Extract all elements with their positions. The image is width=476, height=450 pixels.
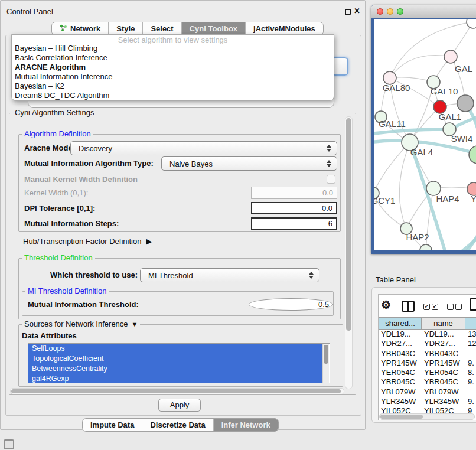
tab-infer-network[interactable]: Infer Network	[214, 419, 278, 431]
network-node-label: GAL4	[410, 147, 433, 157]
table-cell: YBR045C	[422, 377, 465, 387]
tab-label: Infer Network	[221, 420, 270, 429]
table-cell: YBR045C	[379, 377, 422, 387]
which-threshold-combo[interactable]: MI Threshold	[140, 268, 319, 282]
column-header[interactable]: name	[422, 317, 465, 330]
network-node[interactable]	[420, 244, 432, 250]
algorithm-option[interactable]: Bayesian – Hill Climbing	[12, 44, 334, 53]
settings-horizontal-scrollbar[interactable]	[10, 388, 344, 394]
dropdown-prompt: Select algorithm to view settings	[12, 35, 334, 44]
control-panel-tab-bar: NetworkStyleSelectCyni ToolboxjActiveMNo…	[51, 22, 324, 35]
table-row[interactable]: YPR145WYPR145W9.	[379, 358, 476, 368]
which-threshold-value: MI Threshold	[148, 271, 193, 280]
algorithm-option[interactable]: Mutual Information Inference	[12, 72, 334, 81]
tab-label: Impute Data	[90, 420, 134, 429]
minimize-button[interactable]	[387, 8, 393, 15]
table-cell: YER054C	[379, 368, 422, 377]
manual-kernel-label: Manual Kernel Width Definition	[24, 174, 138, 185]
tab-impute-data[interactable]: Impute Data	[83, 419, 142, 431]
network-node-gal[interactable]	[444, 50, 457, 63]
algorithm-option[interactable]: Dream8 DC_TDC Algorithm	[12, 91, 334, 100]
network-node[interactable]	[457, 95, 474, 112]
scrollbar-thumb[interactable]	[380, 415, 423, 419]
column-header[interactable]	[465, 317, 476, 330]
network-node-label: HAP4	[436, 194, 459, 204]
sources-collapser[interactable]: Sources for Network Inference▼	[22, 320, 140, 328]
table-row[interactable]: YBL079WYBL079W	[379, 387, 476, 397]
spinner-icon	[327, 145, 331, 152]
hub-definition-expander[interactable]: Hub/Transcription Factor Definition▶	[23, 236, 152, 247]
scrollbar-thumb[interactable]	[11, 389, 341, 393]
tab-label: Network	[70, 24, 100, 33]
dpi-tolerance-field[interactable]: 0.0	[251, 202, 337, 214]
deselect-all-checkbox-icon[interactable]	[447, 304, 454, 310]
scrollbar-thumb[interactable]	[346, 118, 351, 331]
network-node[interactable]	[469, 146, 476, 164]
table-cell: YBL079W	[422, 387, 465, 397]
tab-jactivemnodules[interactable]: jActiveMNodules	[246, 22, 323, 35]
table-row[interactable]: YLR345WYLR345W9.	[379, 397, 476, 406]
mi-threshold-field[interactable]: 0.5	[249, 298, 333, 311]
deselect-all-checkbox-icon[interactable]	[455, 304, 462, 310]
algorithm-option[interactable]: ARACNE Algorithm	[12, 63, 334, 72]
tab-discretize-data[interactable]: Discretize Data	[142, 419, 213, 431]
kernel-width-field[interactable]: 0.0	[251, 187, 337, 199]
tab-label: Select	[151, 24, 173, 33]
table-cell: 12	[465, 339, 476, 348]
data-attribute-option[interactable]: BetweennessCentrality	[28, 364, 322, 374]
gear-icon[interactable]: ⚙	[381, 298, 391, 312]
table-cell: 9.	[465, 377, 476, 387]
mi-steps-field[interactable]: 6	[251, 217, 337, 230]
control-panel-window: Control Panel ✕ NetworkStyleSelectCyni T…	[0, 0, 366, 430]
aracne-mode-value: Discovery	[79, 144, 112, 153]
zoom-button[interactable]	[397, 8, 403, 15]
table-row[interactable]: YDR27...YDR27...12	[379, 339, 476, 348]
algorithm-option[interactable]: Bayesian – K2	[12, 81, 334, 91]
table-row[interactable]: YDL19...YDL19...13	[379, 330, 476, 339]
mi-type-label: Mutual Information Algorithm Type:	[24, 158, 154, 169]
aracne-mode-combo[interactable]: Discovery	[70, 141, 337, 155]
table-row[interactable]: YER054CYER054C8.	[379, 368, 476, 377]
network-window-titlebar[interactable]	[371, 5, 476, 18]
table-row[interactable]: YBR045CYBR045C9.	[379, 377, 476, 387]
table-horizontal-scrollbar[interactable]	[379, 413, 475, 420]
which-threshold-label: Which threshold to use:	[50, 269, 138, 281]
select-all-checkbox-icon[interactable]: ✔	[423, 304, 430, 310]
close-button[interactable]	[377, 8, 383, 15]
manual-kernel-checkbox[interactable]	[327, 175, 335, 184]
tab-network[interactable]: Network	[52, 22, 109, 35]
network-view-window[interactable]: GALGAL80GAL10GAL1GAL11SWI4GAL4GCY1HAP4YH…	[371, 5, 476, 254]
data-attribute-option[interactable]: gal4RGexp	[28, 374, 322, 383]
table-cell: YDL19...	[379, 330, 422, 339]
split-columns-icon[interactable]	[402, 301, 415, 312]
tab-select[interactable]: Select	[143, 22, 181, 35]
data-attribute-option[interactable]: TopologicalCoefficient	[28, 354, 322, 364]
data-attribute-option[interactable]: SelfLoops	[28, 344, 322, 354]
table-cell	[465, 387, 476, 397]
network-node-label: GAL80	[383, 83, 410, 93]
tab-cyni-toolbox[interactable]: Cyni Toolbox	[182, 22, 246, 35]
table-cell: 9.	[465, 397, 476, 406]
table-row[interactable]: YBR043CYBR043C	[379, 349, 476, 358]
settings-vertical-scrollbar[interactable]	[345, 116, 353, 389]
network-graph: GALGAL80GAL10GAL1GAL11SWI4GAL4GCY1HAP4YH…	[374, 19, 476, 250]
close-panel-icon[interactable]: ✕	[354, 6, 360, 15]
expand-arrow-icon: ▶	[146, 236, 152, 247]
document-icon[interactable]	[470, 298, 476, 311]
data-attributes-list[interactable]: SelfLoopsTopologicalCoefficientBetweenne…	[28, 343, 330, 383]
float-panel-icon[interactable]	[345, 9, 351, 15]
algorithm-option[interactable]: Basic Correlation Inference	[12, 53, 334, 63]
tab-style[interactable]: Style	[109, 22, 143, 35]
network-canvas[interactable]: GALGAL80GAL10GAL1GAL11SWI4GAL4GCY1HAP4YH…	[374, 19, 476, 250]
network-edge	[390, 56, 451, 78]
scrollbar-thumb[interactable]	[324, 345, 328, 364]
mi-type-combo[interactable]: Naive Bayes	[161, 156, 337, 171]
network-node-label: SWI4	[451, 133, 473, 144]
attributes-scrollbar[interactable]	[322, 344, 329, 383]
select-all-checkbox-icon[interactable]: ✔	[432, 304, 438, 310]
apply-button[interactable]: Apply	[158, 399, 201, 412]
minimized-window-icon[interactable]	[4, 439, 14, 449]
network-node[interactable]	[467, 19, 476, 28]
mi-steps-label: Mutual Information Steps:	[24, 218, 119, 230]
column-header[interactable]: shared...	[379, 317, 422, 330]
